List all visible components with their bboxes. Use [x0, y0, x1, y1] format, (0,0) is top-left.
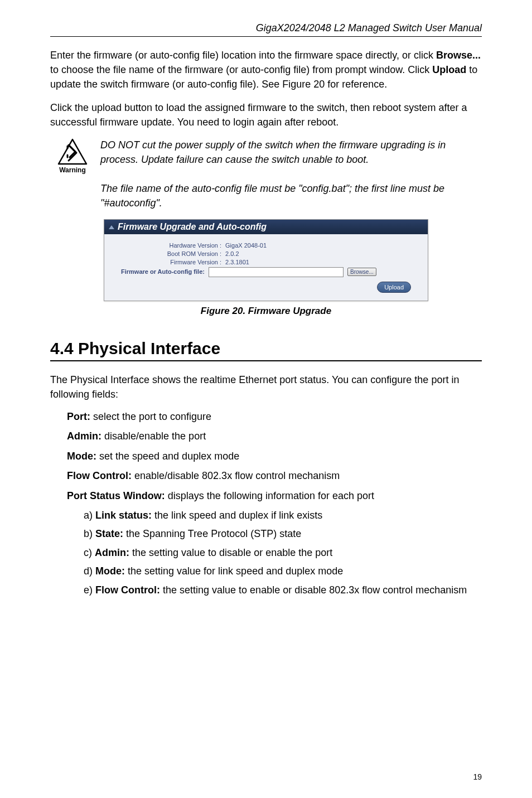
warning-caption: Warning: [50, 166, 95, 174]
text: to choose the file name of the firmware …: [50, 64, 432, 75]
browse-button[interactable]: Browse...: [347, 268, 376, 276]
field-admin-text: disable/enable the port: [101, 431, 206, 442]
sublist-c-prefix: c): [84, 547, 95, 558]
boot-version-label: Boot ROM Version :: [121, 250, 221, 257]
field-flow-text: enable/disable 802.3x flow control mecha…: [132, 470, 340, 481]
upload-button-row: Upload: [121, 282, 411, 293]
screenshot-titlebar: Firmware Upgrade and Auto-config: [104, 220, 428, 234]
sublist-e-text: the setting value to enable or disable 8…: [160, 584, 467, 596]
page-header: GigaX2024/2048 L2 Managed Switch User Ma…: [50, 22, 482, 37]
field-mode-text: set the speed and duplex mode: [96, 451, 239, 462]
sublist-d-prefix: d): [84, 565, 95, 577]
chevron-up-icon: [109, 225, 114, 229]
warning-note-2: The file name of the auto-config file mu…: [100, 182, 482, 210]
fw-version-row: Firmware Version : 2.3.1801: [121, 259, 411, 265]
sublist-d-text: the setting value for link speed and dup…: [125, 565, 343, 577]
sublist-a-prefix: a): [84, 510, 95, 521]
field-port: Port: select the port to configure: [67, 410, 482, 423]
intro-paragraph-2: Click the upload button to load the assi…: [50, 100, 482, 129]
sublist-mode: d) Mode: the setting value for link spee…: [84, 565, 482, 578]
screenshot-body: Hardware Version : GigaX 2048-01 Boot RO…: [104, 234, 428, 301]
hw-version-row: Hardware Version : GigaX 2048-01: [121, 242, 411, 249]
hw-version-value: GigaX 2048-01: [225, 242, 267, 249]
warning-icon-column: Warning: [50, 138, 95, 174]
upload-button[interactable]: Upload: [377, 282, 411, 293]
intro-paragraph-1: Enter the firmware (or auto-config file)…: [50, 48, 482, 91]
text: Enter the firmware (or auto-config file)…: [50, 50, 436, 61]
boot-version-row: Boot ROM Version : 2.0.2: [121, 250, 411, 257]
field-psw-label: Port Status Window:: [67, 490, 165, 501]
field-mode-label: Mode:: [67, 451, 96, 462]
screenshot-title-text: Firmware Upgrade and Auto-config: [118, 222, 267, 231]
file-input-row: Firmware or Auto-config file: Browse...: [121, 267, 411, 277]
firmware-upgrade-screenshot: Firmware Upgrade and Auto-config Hardwar…: [104, 219, 428, 301]
warning-icon: [57, 138, 88, 165]
field-mode: Mode: set the speed and duplex mode: [67, 450, 482, 463]
sublist-link-status: a) Link status: the link speed and duple…: [84, 509, 482, 522]
fw-version-value: 2.3.1801: [225, 259, 249, 265]
sublist-b-label: State:: [95, 528, 123, 539]
field-flow-label: Flow Control:: [67, 470, 132, 481]
sublist-a-text: the link speed and duplex if link exists: [152, 510, 322, 521]
field-flow-control: Flow Control: enable/disable 802.3x flow…: [67, 470, 482, 482]
sublist-a-label: Link status:: [95, 510, 152, 521]
warning-block: Warning DO NOT cut the power supply of t…: [50, 138, 482, 174]
port-status-sublist: a) Link status: the link speed and duple…: [84, 509, 482, 597]
field-admin-label: Admin:: [67, 431, 101, 442]
section-intro: The Physical Interface shows the realtim…: [50, 373, 482, 402]
fw-version-label: Firmware Version :: [121, 259, 221, 265]
file-input-label: Firmware or Auto-config file:: [121, 268, 205, 275]
svg-marker-0: [59, 139, 86, 164]
sublist-c-label: Admin:: [95, 547, 129, 558]
boot-version-value: 2.0.2: [225, 250, 239, 257]
upload-bold: Upload: [432, 64, 466, 75]
sublist-state: b) State: the Spanning Tree Protocol (ST…: [84, 528, 482, 540]
file-input[interactable]: [209, 267, 344, 277]
sublist-d-label: Mode:: [95, 565, 125, 577]
field-port-status-window: Port Status Window: displays the followi…: [67, 490, 482, 502]
hw-version-label: Hardware Version :: [121, 242, 221, 249]
warning-note-1: DO NOT cut the power supply of the switc…: [100, 138, 482, 166]
sublist-e-prefix: e): [84, 584, 95, 596]
section-heading: 4.4 Physical Interface: [50, 339, 482, 361]
sublist-e-label: Flow Control:: [95, 584, 160, 596]
sublist-c-text: the setting value to disable or enable t…: [129, 547, 332, 558]
page-number: 19: [473, 772, 482, 781]
sublist-admin: c) Admin: the setting value to disable o…: [84, 546, 482, 559]
field-psw-text: displays the following information for e…: [165, 490, 374, 501]
sublist-b-prefix: b): [84, 528, 95, 539]
field-port-text: select the port to configure: [90, 411, 211, 422]
figure-caption: Figure 20. Firmware Upgrade: [50, 306, 482, 317]
sublist-flow-control: e) Flow Control: the setting value to en…: [84, 584, 482, 597]
sublist-b-text: the Spanning Tree Protocol (STP) state: [123, 528, 301, 539]
field-admin: Admin: disable/enable the port: [67, 430, 482, 443]
field-port-label: Port:: [67, 411, 90, 422]
browse-bold: Browse...: [436, 50, 481, 61]
